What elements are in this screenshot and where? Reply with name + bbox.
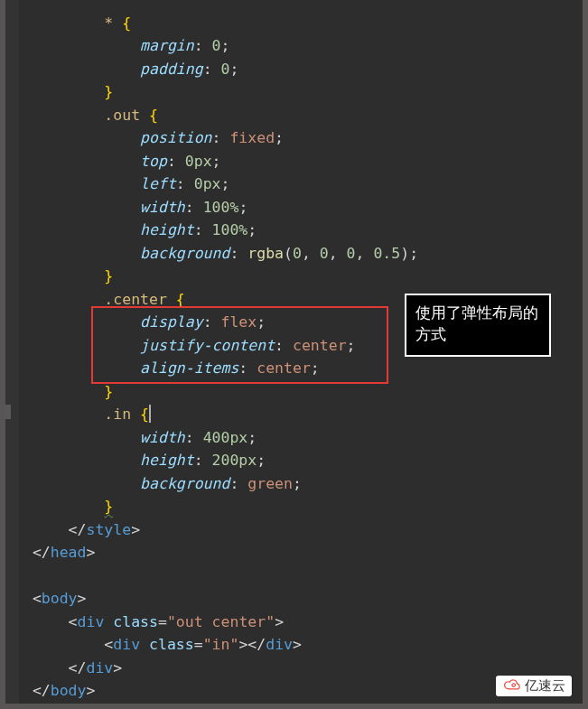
annotation-callout: 使用了弹性布局的方式	[405, 294, 551, 357]
code-area[interactable]: * { margin: 0; padding: 0; } .out { posi…	[14, 12, 418, 703]
cloud-icon	[502, 677, 522, 695]
gutter-marker	[5, 405, 11, 419]
editor-frame: * { margin: 0; padding: 0; } .out { posi…	[0, 0, 588, 709]
svg-point-0	[512, 684, 516, 687]
watermark: 亿速云	[496, 676, 572, 696]
watermark-text: 亿速云	[525, 677, 565, 695]
